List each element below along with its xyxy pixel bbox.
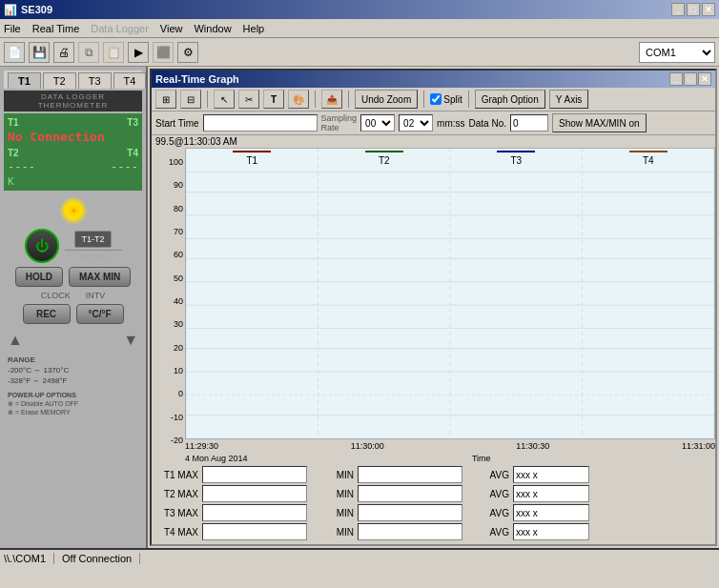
sampling-rate-label: SamplingRate — [321, 113, 358, 132]
grid-icon[interactable]: ⊞ — [155, 90, 176, 109]
graph-status: 99.5@11:30:03 AM — [152, 135, 715, 148]
t4-max-label: T4 MAX — [155, 527, 198, 537]
t3-max-input[interactable] — [202, 504, 307, 521]
chart-grid[interactable]: T1 T2 T3 T4 — [185, 148, 715, 439]
tab-t2[interactable]: T2 — [43, 72, 76, 89]
rate-select-1[interactable]: 00 — [360, 114, 395, 132]
tab-t4[interactable]: T4 — [113, 72, 147, 89]
t3-avg-input[interactable] — [513, 504, 589, 521]
t2-min-input[interactable] — [358, 485, 462, 502]
play-icon[interactable]: ▶ — [128, 42, 149, 63]
graph-toolbar-row1: ⊞ ⊟ ↖ ✂ T 🎨 📤 Undo Zoom Split Graph Opti… — [152, 88, 715, 112]
y-axis-labels: 100 90 80 70 60 50 40 30 20 10 0 -10 -20 — [152, 148, 185, 464]
t1-max-input[interactable] — [202, 466, 307, 483]
x-axis-row: 11:29:30 11:30:00 11:30:30 11:31:00 — [185, 439, 715, 453]
tab-t1[interactable]: T1 — [8, 72, 41, 89]
t4-max-input[interactable] — [202, 523, 307, 540]
device-buttons: ☀ ⏻ T1-T2 SETUP HOLD MAX MIN CLOCK INTV … — [4, 193, 142, 353]
export-icon[interactable]: 📤 — [321, 90, 342, 109]
sun-icon: ☀ — [59, 196, 88, 225]
chart-area: 100 90 80 70 60 50 40 30 20 10 0 -10 -20 — [152, 148, 715, 464]
y-axis-button[interactable]: Y Axis — [549, 90, 589, 109]
range-c: -200°C ～ 1370°C — [8, 365, 138, 375]
paste-icon[interactable]: 📋 — [103, 42, 124, 63]
x-label-3: 11:31:00 — [682, 441, 715, 451]
separator2 — [315, 91, 316, 108]
range-f: -328°F ～ 2498°F — [8, 375, 138, 386]
show-maxmin-button[interactable]: Show MAX/MIN on — [552, 113, 646, 132]
graph-close-button[interactable]: ✕ — [698, 72, 711, 86]
tab-t3[interactable]: T3 — [78, 72, 112, 89]
menu-view[interactable]: View — [160, 23, 183, 34]
t4-label: T4 — [127, 148, 138, 158]
menu-help[interactable]: Help — [243, 23, 265, 34]
menu-file[interactable]: File — [4, 23, 21, 34]
unit-button[interactable]: °C/°F — [76, 304, 124, 324]
unit-label: K — [8, 176, 14, 187]
graph-title: Real-Time Graph — [155, 73, 239, 85]
minimize-button[interactable]: _ — [671, 3, 685, 16]
t3-avg-label: AVG — [466, 508, 509, 518]
x-label-0: 11:29:30 — [185, 441, 218, 451]
data-no-input[interactable] — [510, 114, 548, 132]
device-screen: T1 T3 No Connection T2 T4 ---- ---- K — [4, 113, 142, 191]
range-label: RANGE — [8, 355, 138, 365]
rate-select-2[interactable]: 02 — [399, 114, 433, 132]
maxmin-button[interactable]: MAX MIN — [69, 267, 131, 287]
status-path: \\.\COM1 — [4, 553, 54, 564]
up-arrow-button[interactable]: ▲ — [8, 332, 23, 349]
t4-min-input[interactable] — [358, 523, 462, 540]
data-no-label: Data No. — [469, 118, 506, 129]
x-date-row: 4 Mon Aug 2014 Time — [185, 453, 715, 464]
t1-avg-input[interactable] — [513, 466, 589, 483]
graph-option-button[interactable]: Graph Option — [475, 90, 545, 109]
zoom-icon[interactable]: ✂ — [238, 90, 259, 109]
split-checkbox[interactable] — [430, 93, 442, 105]
config-icon[interactable]: ⚙ — [177, 42, 198, 63]
t1-min-input[interactable] — [358, 466, 462, 483]
start-time-input[interactable] — [203, 114, 318, 132]
menu-bar: File Real Time Data Logger View Window H… — [0, 19, 719, 38]
cursor-icon[interactable]: ↖ — [214, 90, 235, 109]
hold-button[interactable]: HOLD — [15, 267, 63, 287]
data-row-t3: T3 MAX MIN AVG — [155, 504, 711, 521]
t1t2-button[interactable]: T1-T2 — [74, 231, 111, 248]
t2-max-input[interactable] — [202, 485, 307, 502]
power-label: POWER-UP OPTIONS — [8, 391, 138, 399]
t4-value: ---- — [111, 160, 138, 173]
save-icon[interactable]: 💾 — [29, 42, 50, 63]
graph-minimize-button[interactable]: _ — [669, 72, 683, 86]
t2-min-label: MIN — [311, 489, 354, 499]
menu-datalogger[interactable]: Data Logger — [91, 23, 149, 34]
menu-realtime[interactable]: Real Time — [32, 23, 80, 34]
power-button[interactable]: ⏻ — [25, 229, 59, 263]
t2-avg-input[interactable] — [513, 485, 589, 502]
com-port-select[interactable]: COM1 COM2 COM3 COM4 — [639, 42, 715, 63]
color-icon[interactable]: 🎨 — [288, 90, 309, 109]
copy-icon[interactable]: ⧉ — [78, 42, 99, 63]
rec-button[interactable]: REC — [23, 304, 71, 324]
data-row-t1: T1 MAX MIN AVG — [155, 466, 711, 483]
power-item1: ⊕ = Disable AUTO OFF — [8, 399, 138, 408]
separator4 — [423, 91, 424, 108]
app-title: SE309 — [21, 4, 52, 15]
t4-min-label: MIN — [311, 527, 354, 537]
t4-avg-label: AVG — [466, 527, 509, 537]
menu-window[interactable]: Window — [194, 23, 231, 34]
maximize-button[interactable]: □ — [687, 3, 700, 16]
table-icon[interactable]: ⊟ — [180, 90, 201, 109]
x-time-label: Time — [248, 454, 715, 463]
t3-min-input[interactable] — [358, 504, 462, 521]
close-button[interactable]: ✕ — [702, 3, 715, 16]
new-icon[interactable]: 📄 — [4, 42, 25, 63]
t4-avg-input[interactable] — [513, 523, 589, 540]
text-icon[interactable]: T — [263, 90, 284, 109]
split-checkbox-label[interactable]: Split — [430, 93, 462, 105]
print-icon[interactable]: 🖨 — [53, 42, 74, 63]
down-arrow-button[interactable]: ▼ — [123, 332, 138, 349]
t1-max-label: T1 MAX — [155, 470, 198, 480]
data-row-t2: T2 MAX MIN AVG — [155, 485, 711, 502]
undo-zoom-button[interactable]: Undo Zoom — [355, 90, 418, 109]
stop-icon[interactable]: ⬛ — [153, 42, 174, 63]
graph-maximize-button[interactable]: □ — [684, 72, 697, 86]
